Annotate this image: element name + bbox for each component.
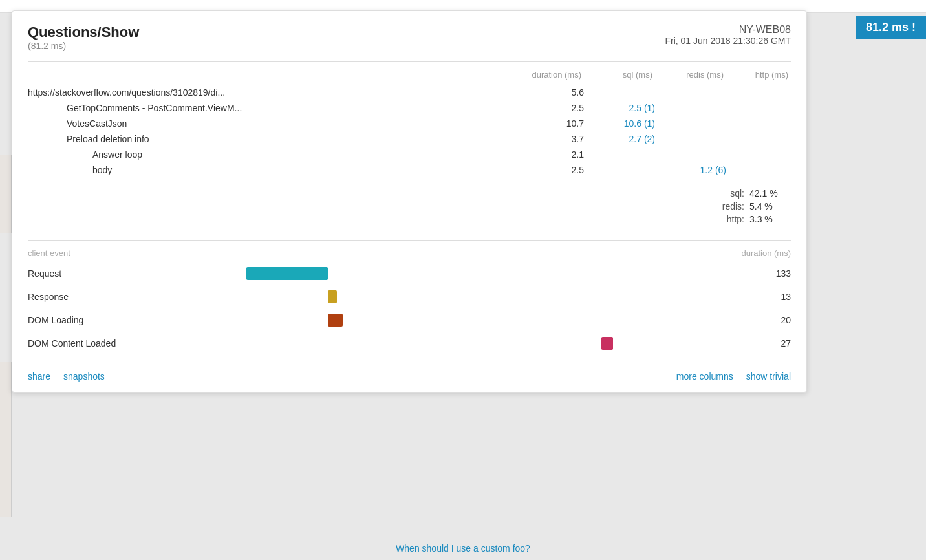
client-event-row: Request 133 — [28, 262, 791, 285]
performance-badge: 81.2 ms ! — [856, 16, 926, 39]
perf-panel: Questions/Show (81.2 ms) NY-WEB08 Fri, 0… — [12, 10, 807, 393]
row-label-3: Preload deletion info — [28, 134, 506, 144]
stat-label-1: redis: — [705, 201, 744, 211]
stat-label-0: sql: — [705, 188, 744, 199]
outer-wrapper: 81.2 ms ! Questions/Show (81.2 ms) NY-WE… — [0, 0, 926, 560]
event-bar-0 — [246, 267, 328, 280]
data-row: Preload deletion info 3.7 2.7 (2) — [28, 131, 791, 147]
col-header-duration: duration (ms) — [504, 70, 581, 80]
client-event-row: DOM Loading 20 — [28, 308, 791, 332]
data-row: Answer loop 2.1 — [28, 147, 791, 162]
side-partial-bottom — [0, 362, 12, 517]
event-duration-1: 13 — [752, 292, 791, 302]
row-label-4: Answer loop — [28, 149, 506, 160]
row-redis-5: 1.2 (6) — [655, 165, 726, 175]
event-label-3: DOM Content Loaded — [28, 338, 118, 349]
event-duration-2: 20 — [752, 315, 791, 325]
row-duration-1: 2.5 — [506, 103, 584, 113]
share-link[interactable]: share — [28, 371, 50, 382]
client-events-container: Request 133 Response 13 DOM Loading 20 D… — [28, 262, 791, 355]
stat-row: sql: 42.1 % — [705, 188, 788, 199]
row-duration-5: 2.5 — [506, 165, 584, 175]
client-events-header: client event duration (ms) — [28, 248, 791, 258]
panel-footer: share snapshots more columns show trivia… — [28, 363, 791, 382]
event-bar-area-0 — [118, 266, 752, 281]
panel-header: Questions/Show (81.2 ms) NY-WEB08 Fri, 0… — [28, 24, 791, 54]
event-duration-3: 27 — [752, 338, 791, 349]
event-label-2: DOM Loading — [28, 315, 118, 325]
stat-row: http: 3.3 % — [705, 214, 788, 224]
panel-subtitle: (81.2 ms) — [28, 41, 139, 51]
stat-label-2: http: — [705, 214, 744, 224]
snapshots-link[interactable]: snapshots — [63, 371, 105, 382]
data-row: VotesCastJson 10.7 10.6 (1) — [28, 116, 791, 131]
title-area: Questions/Show (81.2 ms) — [28, 24, 139, 54]
side-partial-top — [0, 155, 12, 233]
panel-server: NY-WEB08 — [665, 24, 791, 36]
stat-value-0: 42.1 % — [749, 188, 788, 199]
row-duration-2: 10.7 — [506, 118, 584, 129]
col-header-sql: sql (ms) — [581, 70, 652, 80]
row-sql-3: 2.7 (2) — [584, 134, 655, 144]
footer-right: more columns show trivial — [676, 371, 791, 382]
row-sql-2: 10.6 (1) — [584, 118, 655, 129]
row-duration-3: 3.7 — [506, 134, 584, 144]
show-trivial-link[interactable]: show trivial — [746, 371, 791, 382]
event-bar-2 — [328, 314, 343, 327]
stat-row: redis: 5.4 % — [705, 201, 788, 211]
row-duration-0: 5.6 — [506, 87, 584, 98]
stat-value-2: 3.3 % — [749, 214, 788, 224]
row-label-2: VotesCastJson — [28, 118, 506, 129]
event-bar-area-2 — [118, 312, 752, 328]
header-divider — [28, 61, 791, 62]
client-event-row: DOM Content Loaded 27 — [28, 332, 791, 355]
bottom-hint: When should I use a custom foo? — [396, 543, 530, 554]
event-bar-1 — [328, 290, 337, 303]
data-row: https://stackoverflow.com/questions/3102… — [28, 85, 791, 100]
header-right: NY-WEB08 Fri, 01 Jun 2018 21:30:26 GMT — [665, 24, 791, 46]
client-duration-label: duration (ms) — [741, 248, 791, 258]
data-rows: https://stackoverflow.com/questions/3102… — [28, 85, 791, 178]
panel-title: Questions/Show — [28, 24, 139, 41]
data-row: GetTopComments - PostComment.ViewM... 2.… — [28, 100, 791, 116]
client-event-row: Response 13 — [28, 285, 791, 308]
event-bar-area-1 — [118, 289, 752, 305]
event-duration-0: 133 — [752, 268, 791, 279]
panel-datetime: Fri, 01 Jun 2018 21:30:26 GMT — [665, 36, 791, 46]
client-event-label: client event — [28, 248, 70, 258]
events-divider — [28, 240, 791, 241]
row-label-0: https://stackoverflow.com/questions/3102… — [28, 87, 506, 98]
event-bar-3 — [601, 337, 613, 350]
column-headers: duration (ms) sql (ms) redis (ms) http (… — [28, 70, 791, 80]
footer-left: share snapshots — [28, 371, 105, 382]
col-header-http: http (ms) — [724, 70, 788, 80]
row-sql-1: 2.5 (1) — [584, 103, 655, 113]
stats-section: sql: 42.1 % redis: 5.4 % http: 3.3 % — [28, 188, 791, 227]
col-header-redis: redis (ms) — [652, 70, 724, 80]
event-label-1: Response — [28, 292, 118, 302]
event-bar-area-3 — [118, 336, 752, 351]
data-row: body 2.5 1.2 (6) — [28, 162, 791, 178]
more-columns-link[interactable]: more columns — [676, 371, 733, 382]
stat-value-1: 5.4 % — [749, 201, 788, 211]
row-label-1: GetTopComments - PostComment.ViewM... — [28, 103, 506, 113]
event-label-0: Request — [28, 268, 118, 279]
row-label-5: body — [28, 165, 506, 175]
row-duration-4: 2.1 — [506, 149, 584, 160]
